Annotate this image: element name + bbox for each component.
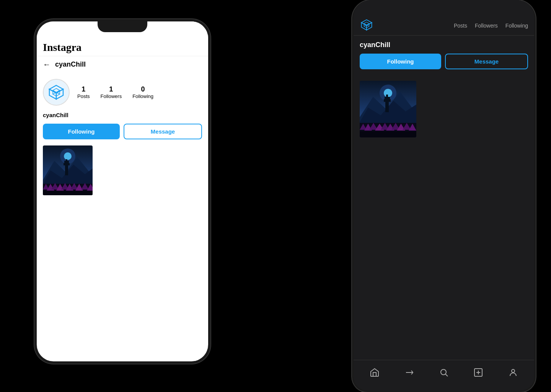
svg-marker-28 [362,20,372,26]
svg-line-57 [445,374,448,376]
explore-nav-icon[interactable] [404,368,414,380]
phone-left-screen: Instagra ← cyanChill [37,21,208,361]
posts-count: 1 [82,85,85,93]
dark-action-buttons: Following Message [360,54,528,69]
profile-nav: ← cyanChill [37,56,208,73]
following-button[interactable]: Following [43,124,120,139]
notch [98,21,147,32]
tab-posts[interactable]: Posts [454,23,467,29]
profile-username-nav: cyanChill [55,60,86,69]
svg-rect-15 [66,159,67,161]
back-button[interactable]: ← [43,60,51,69]
dark-message-button[interactable]: Message [445,54,528,69]
following-stat[interactable]: 0 Following [132,85,153,99]
profile-nav-icon[interactable] [508,368,518,380]
dark-post-art [360,81,416,137]
home-nav-icon[interactable] [370,368,380,380]
dark-logo [360,19,373,32]
dark-nav-tabs: Posts Followers Following [454,23,528,29]
phone-right: Posts Followers Following cyanChill Foll… [352,0,536,392]
scene: Instagra ← cyanChill [0,0,551,392]
post-thumbnail[interactable] [43,145,93,195]
svg-point-9 [64,152,72,160]
stats-row: 1 Posts 1 Followers 0 Following [77,85,153,99]
svg-rect-12 [65,164,68,175]
svg-rect-14 [64,161,69,164]
followers-count: 1 [109,85,113,93]
dark-post-thumbnail[interactable] [360,81,416,137]
svg-rect-43 [386,95,388,97]
profile-content: 1 Posts 1 Followers 0 Following [37,73,208,201]
dark-logo-icon [360,19,373,31]
svg-rect-42 [385,97,390,100]
posts-stat[interactable]: 1 Posts [77,85,90,99]
svg-marker-0 [49,85,63,93]
dark-posts-grid [354,81,534,137]
dark-following-button[interactable]: Following [360,54,441,69]
followers-label: Followers [101,93,122,99]
post-art [43,145,93,195]
tab-following[interactable]: Following [505,23,528,29]
profile-header-row: 1 Posts 1 Followers 0 Following [43,79,202,106]
action-buttons: Following Message [43,124,202,139]
phone-right-screen: Posts Followers Following cyanChill Foll… [354,0,534,390]
avatar [43,79,70,106]
svg-point-56 [441,369,446,375]
avatar-icon [47,83,65,101]
following-count: 0 [141,85,145,93]
create-nav-icon[interactable] [473,368,483,380]
svg-rect-55 [360,131,416,137]
phone-left: Instagra ← cyanChill [34,19,210,364]
dark-header: Posts Followers Following [354,0,534,36]
dark-bottom-nav [354,360,534,390]
followers-stat[interactable]: 1 Followers [101,85,122,99]
message-button[interactable]: Message [124,124,202,139]
posts-label: Posts [77,93,90,99]
dark-profile-info: cyanChill Following Message [354,36,534,81]
dark-username: cyanChill [360,41,528,49]
following-label: Following [132,93,153,99]
instagram-header: Instagra [37,38,208,56]
svg-rect-27 [43,191,93,195]
svg-point-61 [512,369,515,372]
search-nav-icon[interactable] [439,368,449,380]
instagram-logo: Instagra [43,41,82,53]
posts-grid [43,145,202,195]
profile-display-name: cyanChill [43,112,202,118]
tab-followers[interactable]: Followers [475,23,498,29]
